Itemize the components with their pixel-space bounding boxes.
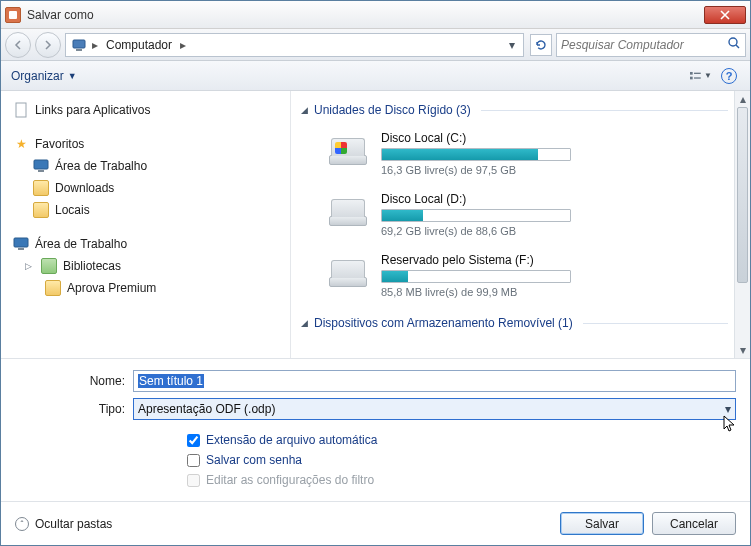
titlebar: Salvar como bbox=[1, 1, 750, 29]
breadcrumb-item[interactable]: Computador bbox=[100, 36, 178, 54]
sidebar-item-aprova[interactable]: Aprova Premium bbox=[5, 277, 286, 299]
vertical-scrollbar[interactable]: ▴ ▾ bbox=[734, 91, 750, 358]
filename-input[interactable]: Sem título 1 bbox=[133, 370, 736, 392]
group-header-removable[interactable]: ◢ Dispositivos com Armazenamento Removív… bbox=[301, 308, 728, 338]
libraries-icon bbox=[41, 258, 57, 274]
arrow-right-icon bbox=[42, 39, 54, 51]
help-button[interactable]: ? bbox=[718, 65, 740, 87]
app-icon bbox=[5, 7, 21, 23]
svg-rect-6 bbox=[694, 77, 701, 78]
sidebar-section-favorites[interactable]: ★ Favoritos bbox=[5, 133, 286, 155]
name-label: Nome: bbox=[15, 374, 125, 388]
svg-rect-9 bbox=[38, 170, 44, 172]
collapse-icon: ◢ bbox=[301, 318, 308, 328]
desktop-icon bbox=[13, 236, 29, 252]
organize-label: Organizar bbox=[11, 69, 64, 83]
svg-point-2 bbox=[729, 38, 737, 46]
hide-folders-button[interactable]: ˆ Ocultar pastas bbox=[15, 517, 112, 531]
checkbox-edit-filter: Editar as configurações do filtro bbox=[187, 470, 377, 490]
svg-rect-7 bbox=[16, 103, 26, 117]
usage-bar bbox=[381, 209, 571, 222]
sidebar-item-libraries[interactable]: ▷ Bibliotecas bbox=[5, 255, 286, 277]
usage-bar bbox=[381, 270, 571, 283]
checkbox-save-password[interactable]: Salvar com senha bbox=[187, 450, 377, 470]
content-pane: ◢ Unidades de Disco Rígido (3) Disco Loc… bbox=[291, 91, 750, 358]
chevron-right-icon: ▸ bbox=[90, 38, 100, 52]
sidebar-item-locais[interactable]: Locais bbox=[5, 199, 286, 221]
search-input[interactable] bbox=[561, 38, 727, 52]
close-icon bbox=[720, 10, 730, 20]
computer-icon bbox=[70, 36, 88, 54]
address-bar[interactable]: ▸ Computador ▸ ▾ bbox=[65, 33, 524, 57]
usage-bar bbox=[381, 148, 571, 161]
drive-icon bbox=[327, 131, 369, 165]
drive-item[interactable]: Disco Local (C:) 16,3 GB livre(s) de 97,… bbox=[301, 125, 728, 186]
organize-menu[interactable]: Organizar ▼ bbox=[11, 69, 77, 83]
address-dropdown[interactable]: ▾ bbox=[503, 38, 521, 52]
chevron-down-icon: ▾ bbox=[725, 402, 731, 416]
scroll-up-icon[interactable]: ▴ bbox=[735, 91, 750, 107]
forward-button[interactable] bbox=[35, 32, 61, 58]
view-mode-button[interactable]: ▼ bbox=[690, 65, 712, 87]
help-icon: ? bbox=[721, 68, 737, 84]
window-title: Salvar como bbox=[27, 8, 704, 22]
svg-rect-10 bbox=[14, 238, 28, 247]
sidebar-item-desktop[interactable]: Área de Trabalho bbox=[5, 155, 286, 177]
sidebar-item-downloads[interactable]: Downloads bbox=[5, 177, 286, 199]
toolbar: Organizar ▼ ▼ ? bbox=[1, 61, 750, 91]
back-button[interactable] bbox=[5, 32, 31, 58]
svg-rect-4 bbox=[690, 76, 693, 79]
form-area: Nome: Sem título 1 Tipo: Apresentação OD… bbox=[1, 358, 750, 501]
svg-rect-3 bbox=[690, 71, 693, 74]
navigation-bar: ▸ Computador ▸ ▾ bbox=[1, 29, 750, 61]
refresh-button[interactable] bbox=[530, 34, 552, 56]
save-as-dialog: Salvar como ▸ Computador ▸ ▾ bbox=[0, 0, 751, 546]
close-button[interactable] bbox=[704, 6, 746, 24]
document-icon bbox=[13, 102, 29, 118]
svg-rect-0 bbox=[73, 40, 85, 48]
drive-name: Disco Local (C:) bbox=[381, 131, 728, 148]
drive-name: Disco Local (D:) bbox=[381, 192, 728, 209]
chevron-right-icon: ▸ bbox=[178, 38, 188, 52]
sidebar-section-desktop[interactable]: Área de Trabalho bbox=[5, 233, 286, 255]
svg-rect-1 bbox=[76, 49, 82, 51]
drive-item[interactable]: Disco Local (D:) 69,2 GB livre(s) de 88,… bbox=[301, 186, 728, 247]
expand-icon[interactable]: ▷ bbox=[25, 261, 35, 271]
sidebar-item-app-links[interactable]: Links para Aplicativos bbox=[5, 99, 286, 121]
chevron-up-icon: ˆ bbox=[15, 517, 29, 531]
svg-rect-8 bbox=[34, 160, 48, 169]
scroll-down-icon[interactable]: ▾ bbox=[735, 342, 750, 358]
drive-free-text: 69,2 GB livre(s) de 88,6 GB bbox=[381, 222, 728, 237]
desktop-icon bbox=[33, 158, 49, 174]
checkbox-input[interactable] bbox=[187, 454, 200, 467]
search-box[interactable] bbox=[556, 33, 746, 57]
filetype-select[interactable]: Apresentação ODF (.odp) ▾ bbox=[133, 398, 736, 420]
type-label: Tipo: bbox=[15, 402, 125, 416]
drive-item[interactable]: Reservado pelo Sistema (F:) 85,8 MB livr… bbox=[301, 247, 728, 308]
star-icon: ★ bbox=[13, 136, 29, 152]
drive-icon bbox=[327, 253, 369, 287]
scroll-thumb[interactable] bbox=[737, 107, 748, 283]
checkbox-input bbox=[187, 474, 200, 487]
sidebar: Links para Aplicativos ★ Favoritos Área … bbox=[1, 91, 291, 358]
view-tiles-icon bbox=[690, 69, 702, 83]
chevron-down-icon: ▼ bbox=[68, 71, 77, 81]
search-icon bbox=[727, 36, 741, 53]
drive-name: Reservado pelo Sistema (F:) bbox=[381, 253, 728, 270]
refresh-icon bbox=[534, 38, 548, 52]
footer: ˆ Ocultar pastas Salvar Cancelar bbox=[1, 501, 750, 545]
collapse-icon: ◢ bbox=[301, 105, 308, 115]
cancel-button[interactable]: Cancelar bbox=[652, 512, 736, 535]
folder-icon bbox=[33, 202, 49, 218]
drive-icon bbox=[327, 192, 369, 226]
group-header-hdd[interactable]: ◢ Unidades de Disco Rígido (3) bbox=[301, 99, 728, 125]
folder-icon bbox=[33, 180, 49, 196]
checkbox-input[interactable] bbox=[187, 434, 200, 447]
drive-free-text: 85,8 MB livre(s) de 99,9 MB bbox=[381, 283, 728, 298]
arrow-left-icon bbox=[12, 39, 24, 51]
svg-rect-11 bbox=[18, 248, 24, 250]
save-button[interactable]: Salvar bbox=[560, 512, 644, 535]
chevron-down-icon: ▼ bbox=[704, 71, 712, 80]
checkbox-auto-extension[interactable]: Extensão de arquivo automática bbox=[187, 430, 377, 450]
cursor-icon bbox=[723, 415, 737, 433]
